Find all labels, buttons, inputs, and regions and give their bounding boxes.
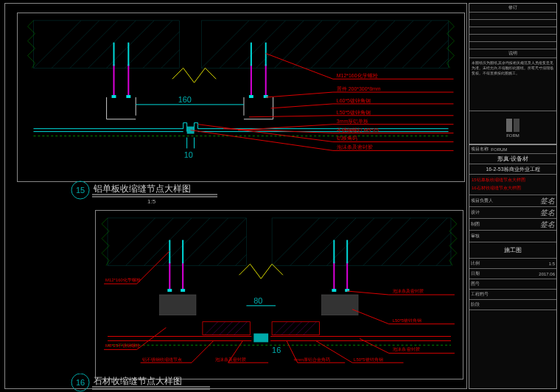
svg-line-55	[223, 129, 333, 133]
note-header: 说明	[469, 49, 556, 58]
svg-rect-138	[506, 119, 512, 132]
svg-line-121	[347, 291, 389, 295]
archno-lbl: 工程档号	[471, 291, 489, 298]
l16-l0: M12*160化学螺栓	[105, 278, 141, 282]
num-15: 15	[76, 186, 85, 195]
sig-2: 签名	[540, 208, 555, 218]
l16-r2: 泡沫条 密封胶	[393, 346, 421, 351]
l16-b2: 4mm厚铝合金角码	[294, 357, 330, 362]
stage-lbl: 阶段	[471, 301, 480, 308]
svg-rect-26	[112, 95, 116, 98]
title-block: 修订 说明 本图纸仅为图纸,其余均按相关规范及人员批复意见为准。未经允许,不得翻…	[469, 3, 557, 389]
svg-line-103	[234, 322, 248, 335]
drawing-canvas: 160 10 M12*160化学螺栓 置件 200*300*8mm L60*5镀…	[4, 3, 467, 389]
svg-rect-35	[264, 95, 268, 98]
l16-r1: L50*5镀锌角钢	[393, 318, 422, 323]
l16-b3: L50*5镀锌角钢	[354, 357, 383, 362]
svg-line-49	[271, 104, 333, 108]
svg-rect-1	[201, 21, 448, 68]
title-15-text: 铝单板收缩缝节点大样图	[93, 183, 191, 194]
proj-name: FORUM	[491, 147, 507, 152]
svg-rect-96	[159, 295, 196, 315]
sig-3: 签名	[540, 220, 555, 230]
title-15: 15 铝单板收缩缝节点大样图 1:5	[70, 179, 262, 204]
svg-line-127	[192, 340, 214, 363]
svg-line-107	[289, 322, 302, 335]
svg-line-57	[198, 125, 333, 142]
sheet-title-0: 15铝单板收缩缝节点大样图	[472, 177, 525, 183]
svg-line-59	[191, 130, 333, 151]
designer-lbl: 项目负责人	[471, 197, 493, 204]
label-15-0: M12*160化学螺栓	[337, 73, 378, 78]
num-16: 16	[76, 378, 85, 387]
label-15-6: 铝板角码	[336, 136, 357, 141]
svg-rect-89	[181, 289, 185, 292]
subtitle2: 16-2-53栋商业外业工程	[469, 164, 556, 175]
label-15-3: L50*5镀锌角钢	[337, 110, 371, 115]
svg-rect-0	[33, 21, 179, 68]
svg-line-99	[205, 322, 218, 335]
svg-line-109	[304, 322, 317, 335]
svg-rect-97	[321, 295, 358, 315]
dwgno-lbl: 图号	[471, 281, 480, 287]
label-15-7: 泡沫条及密封胶	[337, 144, 373, 150]
label-15-4: 3mm厚铝单板	[337, 119, 368, 124]
svg-rect-64	[108, 218, 246, 265]
stage-val: 施工图	[469, 242, 556, 259]
svg-rect-32	[249, 95, 253, 98]
drawing-15: 160 10 M12*160化学螺栓 置件 200*300*8mm L60*5镀…	[17, 13, 465, 182]
date-val: 2017.06	[539, 272, 555, 276]
dim-160: 160	[178, 95, 192, 104]
svg-line-53	[238, 125, 333, 130]
scale-lbl: 比例	[471, 260, 480, 267]
svg-line-101	[220, 322, 233, 335]
label-15-5: 不锈钢螺钉 M5*25	[337, 127, 379, 133]
svg-rect-139	[514, 119, 519, 132]
label-15-1: 置件 200*300*8mm	[337, 86, 381, 91]
design-lbl: 设计	[471, 209, 480, 216]
svg-rect-29	[126, 95, 130, 98]
svg-line-100	[212, 322, 225, 335]
sig-1: 签名	[540, 196, 555, 206]
subtitle1: 形真·设备材	[469, 154, 556, 164]
check-lbl: 审核	[471, 233, 480, 239]
scale-15: 1:5	[147, 198, 156, 204]
l16-b0: 铝不锈钢收缩缝节点	[141, 357, 182, 362]
svg-line-108	[296, 322, 309, 335]
date-lbl: 日期	[471, 270, 480, 277]
drawing-16: 80 16 M12*160化学螺栓 M8*25不锈钢螺栓 泡沫条及密封胶 L50…	[95, 210, 463, 379]
l16-l2: M8*25不锈钢螺栓	[105, 343, 140, 348]
dim-10: 10	[184, 150, 193, 159]
sheet-title-1: 16石材收缩缝节点大样图	[472, 185, 521, 192]
label-15-2: L60*5镀锌角钢	[337, 98, 371, 103]
logo-text: FORM	[506, 133, 519, 138]
svg-rect-114	[253, 334, 268, 343]
notes-text: 本图纸仅为图纸,其余均按相关规范及人员批复意见为准。未经允许,不得翻印此图纸。所…	[469, 58, 556, 111]
svg-rect-86	[167, 289, 172, 292]
title-16: 16 石材收缩缝节点大样图	[70, 374, 262, 392]
rev-header: 修订	[469, 4, 556, 13]
title-16-text: 石材收缩缝节点大样图	[94, 376, 182, 386]
svg-rect-92	[332, 289, 336, 292]
l16-r0: 泡沫条及密封胶	[393, 288, 424, 293]
svg-line-51	[249, 116, 333, 117]
dim-80: 80	[253, 296, 262, 305]
svg-rect-65	[272, 218, 451, 265]
logo-icon	[505, 117, 521, 133]
svg-line-123	[352, 309, 389, 324]
proj-label: 项目名称	[471, 146, 489, 153]
svg-rect-104	[272, 322, 319, 335]
svg-line-106	[281, 322, 295, 335]
dim-16v: 16	[272, 346, 281, 354]
svg-line-119	[137, 328, 167, 350]
svg-line-105	[274, 322, 287, 335]
svg-rect-98	[203, 322, 250, 335]
svg-line-102	[227, 322, 240, 335]
scale-val: 1:5	[549, 262, 555, 266]
l16-b1: 泡沫条及密封胶	[215, 357, 246, 362]
svg-line-47	[266, 92, 333, 97]
draw-lbl: 制图	[471, 221, 480, 228]
